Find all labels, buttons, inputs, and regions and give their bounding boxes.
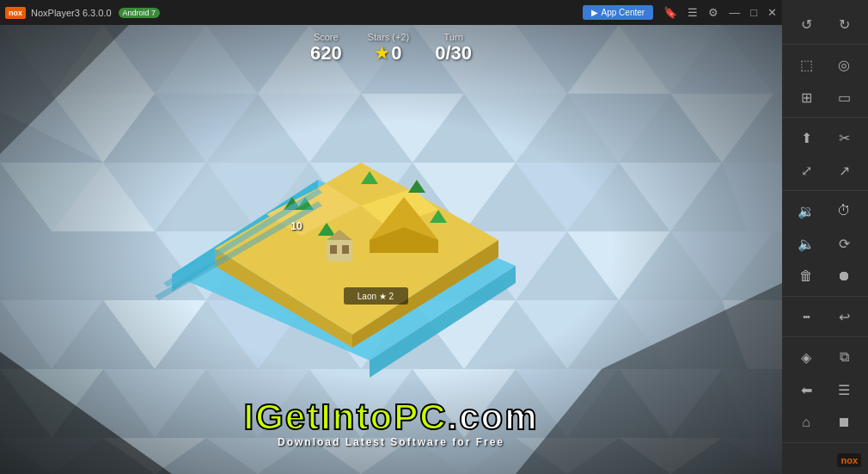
timer-button[interactable]: ⏱ [827, 195, 861, 226]
android-badge: Android 7 [119, 8, 161, 18]
bookmark-icon[interactable]: 🔖 [658, 0, 682, 25]
watermark-com: .com [447, 397, 538, 437]
play-icon: ▶ [591, 8, 598, 17]
history-button[interactable]: ⟳ [827, 228, 861, 259]
home-video-buttons: ⌂ ⏹ [789, 406, 861, 439]
stars-display: Stars (+2) ★ 0 [368, 32, 410, 65]
sidebar-section-capture: ⬚ ◎ ⊞ ▭ [782, 45, 868, 118]
more-button[interactable]: ••• [789, 301, 823, 332]
sidebar-section-more: ••• ↩ [782, 297, 868, 337]
vol-cam-buttons: 🔉 ⏱ [789, 194, 861, 227]
turn-value: 0/30 [435, 42, 472, 64]
app-title: NoxPlayer3 6.3.0.0 [31, 8, 112, 18]
svg-text:10: 10 [290, 220, 303, 232]
app-center-label: App Center [602, 8, 645, 17]
rotate-left-button[interactable]: ↺ [789, 9, 823, 40]
cut-button[interactable]: ✂ [827, 122, 861, 153]
svg-rect-88 [342, 245, 349, 254]
expand-monitor-buttons: ⊞ ▭ [789, 81, 861, 114]
restore-button[interactable]: □ [745, 0, 762, 25]
close-button[interactable]: ✕ [762, 0, 782, 25]
watermark-subtitle: Download Latest Software for Free [176, 436, 606, 448]
title-bar-right: ▶ App Center 🔖 ☰ ⚙ — □ ✕ [583, 0, 782, 25]
rotate-buttons: ↺ ↻ [789, 8, 861, 40]
svg-rect-87 [330, 245, 337, 254]
rotate-right-button[interactable]: ↻ [827, 9, 861, 40]
undo-button[interactable]: ↩ [827, 301, 861, 332]
delete-button[interactable]: 🗑 [789, 261, 823, 292]
volume-mute-button[interactable]: 🔈 [789, 228, 823, 259]
delete-record-buttons: 🗑 ⏺ [789, 260, 861, 292]
score-label: Score [310, 32, 342, 42]
star-icon: ★ [375, 44, 388, 63]
game-hud: Score 620 Stars (+2) ★ 0 Turn 0/30 [310, 32, 472, 65]
app-center-button[interactable]: ▶ App Center [583, 5, 654, 20]
watermark: IGetIntoPC.com Download Latest Software … [176, 397, 606, 448]
fullscreen-arrow-buttons: ⤢ ↗ [789, 154, 861, 187]
nox-brand-label: nox [837, 453, 861, 467]
game-background: 10 Laon ★ 2 Score 620 Stars (+2) ★ 0 Tur… [0, 25, 782, 474]
back-button[interactable]: ⬅ [789, 374, 823, 405]
sidebar-section-import: ⬆ ✂ ⤢ ↗ [782, 118, 868, 191]
video-button[interactable]: ⏹ [827, 407, 861, 438]
home-button[interactable]: ⌂ [789, 407, 823, 438]
turn-label: Turn [435, 32, 472, 42]
back-list-buttons: ⬅ ☰ [789, 373, 861, 406]
scan-layers-buttons: ◈ ⧉ [789, 341, 861, 373]
screenshot-location-buttons: ⬚ ◎ [789, 48, 861, 81]
import-button[interactable]: ⬆ [789, 122, 823, 153]
screenshot-button[interactable]: ⬚ [789, 49, 823, 80]
stars-label: Stars (+2) [368, 32, 410, 42]
location-button[interactable]: ◎ [827, 49, 861, 80]
more-undo-buttons: ••• ↩ [789, 300, 861, 333]
record-button[interactable]: ⏺ [827, 261, 861, 292]
sidebar-section-controls: ◈ ⧉ ⬅ ☰ ⌂ ⏹ [782, 337, 868, 443]
monitor-button[interactable]: ▭ [827, 82, 861, 113]
title-bar: nox NoxPlayer3 6.3.0.0 Android 7 ▶ App C… [0, 0, 782, 25]
stars-count: 0 [391, 42, 401, 65]
minimize-button[interactable]: — [724, 0, 745, 25]
fullscreen-button[interactable]: ⤢ [789, 155, 823, 186]
game-area: 10 Laon ★ 2 Score 620 Stars (+2) ★ 0 Tur… [0, 25, 782, 474]
watermark-text: IGetIntoPC.com [176, 397, 606, 438]
vol-history-buttons: 🔈 ⟳ [789, 227, 861, 260]
turn-display: Turn 0/30 [435, 32, 472, 65]
svg-text:Laon ★ 2: Laon ★ 2 [358, 292, 394, 301]
score-value: 620 [310, 42, 342, 64]
expand-button[interactable]: ⊞ [789, 82, 823, 113]
menu-icon[interactable]: ☰ [682, 0, 703, 25]
layers-button[interactable]: ⧉ [827, 342, 861, 372]
watermark-main: IGetIntoPC [243, 397, 447, 437]
import-cut-buttons: ⬆ ✂ [789, 121, 861, 154]
right-sidebar: ↺ ↻ ⬚ ◎ ⊞ ▭ ⬆ ✂ ⤢ ↗ 🔉 ⏱ 🔈 ⟳ [782, 0, 868, 474]
volume-down-button[interactable]: 🔉 [789, 195, 823, 226]
arrow-button[interactable]: ↗ [827, 155, 861, 186]
list-button[interactable]: ☰ [827, 374, 861, 405]
sidebar-section-media: 🔉 ⏱ 🔈 ⟳ 🗑 ⏺ [782, 191, 868, 297]
scan-button[interactable]: ◈ [789, 342, 823, 372]
score-display: Score 620 [310, 32, 342, 65]
nox-logo: nox [5, 7, 26, 19]
sidebar-section-rotate: ↺ ↻ [782, 4, 868, 45]
settings-icon[interactable]: ⚙ [703, 0, 724, 25]
stars-value: ★ 0 [368, 42, 410, 65]
